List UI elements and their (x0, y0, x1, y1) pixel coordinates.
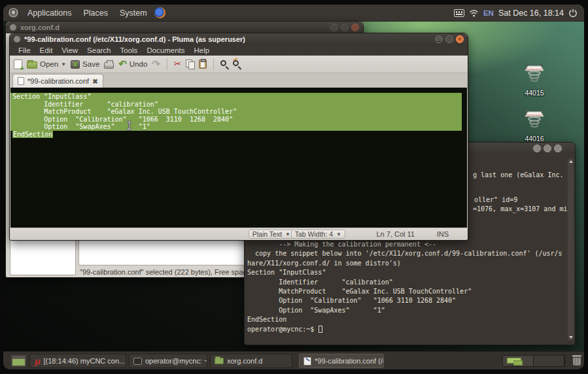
menu-tools[interactable]: Tools (116, 46, 143, 54)
terminal-scrollbar[interactable] (568, 158, 574, 341)
paste-icon (199, 60, 207, 69)
desktop-icon-44016[interactable]: 44016 (513, 109, 555, 143)
desktop-icon-44015[interactable]: 44015 (513, 63, 555, 97)
wifi-icon[interactable] (469, 9, 479, 17)
task-label: [(18:14:46) myCNC con... (44, 357, 126, 365)
show-desktop-button[interactable] (11, 355, 26, 367)
pluma-statusbar: Plain Text ▼ Tab Width: 4 ▼ Ln 7, Col 11… (10, 228, 467, 239)
workspace-switcher[interactable] (502, 355, 565, 367)
tab-width-combo[interactable]: Tab Width: 4 ▼ (291, 230, 345, 239)
toolbar-separator (167, 58, 167, 70)
menu-file[interactable]: File (14, 46, 35, 54)
print-button[interactable] (104, 60, 114, 69)
task-pluma[interactable]: *99-calibration.conf (/e... (299, 354, 384, 368)
terminal-line: copy the snippet below into '/etc/X11/xo… (247, 249, 562, 258)
scroll-down-icon[interactable] (569, 336, 573, 339)
tab-close-icon[interactable]: ✖ (92, 78, 97, 85)
close-button[interactable] (554, 144, 562, 152)
minimize-button[interactable]: ▁ (435, 35, 443, 43)
menu-applications[interactable]: Applications (22, 5, 77, 22)
editor-line: Section "InputClass" (10, 93, 462, 101)
file-manager-titlebar[interactable]: xorg.conf.d (6, 22, 363, 33)
menu-documents[interactable]: Documents (142, 46, 189, 54)
editor-line: Option "Calibration" "1066 3110 1268 284… (10, 116, 462, 124)
clock[interactable]: Sat Dec 16, 18:14 (498, 8, 564, 18)
task-file-manager[interactable]: xorg.conf.d (210, 354, 292, 368)
save-button[interactable]: Save (71, 60, 99, 69)
redo-icon: ↷ (152, 60, 160, 69)
replace-button[interactable] (233, 60, 241, 68)
chevron-down-icon: ▼ (336, 231, 341, 237)
redo-button[interactable]: ↷ (152, 60, 160, 69)
editor-selected-word: EndSection (12, 131, 53, 138)
document-tab[interactable]: *99-calibration.conf ✖ (12, 74, 103, 88)
mycnc-icon: µ (34, 356, 41, 366)
task-terminal[interactable]: operator@mycnc: ~ (129, 354, 207, 368)
paste-button[interactable] (199, 60, 207, 69)
terminal-line: Option "Calibration" "1066 3110 1268 284… (247, 296, 562, 305)
terminal-line: MatchProduct "eGalax Inc. USB TouchContr… (247, 287, 562, 296)
mouse-cursor-ibeam (126, 121, 132, 130)
tab-label: *99-calibration.conf (27, 77, 89, 85)
copy-icon (186, 60, 194, 69)
language-combo-label: Plain Text (252, 230, 282, 238)
menu-help[interactable]: Help (190, 46, 215, 54)
undo-icon: ↶ (118, 60, 127, 69)
editor-line: MatchProduct "eGalax Inc. USB TouchContr… (10, 108, 462, 116)
workspace-2[interactable] (534, 356, 564, 366)
menu-edit[interactable]: Edit (35, 46, 58, 54)
open-button[interactable]: Open ▼ (27, 60, 66, 69)
task-mycnc[interactable]: µ [(18:14:46) myCNC con... (29, 354, 126, 368)
terminal-line: EndSection (247, 315, 562, 324)
scroll-up-icon[interactable] (569, 160, 573, 163)
terminal-prompt: operator@mycnc:~$ (247, 326, 318, 333)
print-icon (104, 62, 114, 69)
pluma-tabbar: *99-calibration.conf ✖ (10, 73, 468, 88)
pluma-title: *99-calibration.conf (/etc/X11/xorg.conf… (24, 35, 245, 43)
menu-places[interactable]: Places (77, 5, 114, 22)
maximize-button[interactable]: ▢ (445, 35, 453, 43)
language-indicator[interactable]: EN (483, 9, 494, 17)
editor-line: Option "SwapAxes" "1" (10, 123, 462, 131)
menu-search[interactable]: Search (82, 46, 115, 54)
text-editor-icon (303, 357, 311, 366)
maximize-button[interactable] (544, 144, 551, 152)
workspace-1[interactable] (503, 356, 534, 366)
keyboard-indicator-icon[interactable] (454, 9, 464, 17)
terminal-cursor (319, 326, 322, 333)
close-button[interactable] (351, 24, 359, 31)
minimize-button[interactable] (533, 144, 541, 152)
new-document-button[interactable] (14, 60, 22, 69)
taskbar: µ [(18:14:46) myCNC con... operator@mycn… (3, 351, 584, 369)
mini-window (513, 360, 523, 366)
file-manager-statusbar: "99-calibration.conf" selected (222 byte… (80, 268, 258, 276)
file-manager-title: xorg.conf.d (20, 24, 60, 31)
trash-icon[interactable] (572, 355, 582, 366)
find-button[interactable] (220, 60, 228, 68)
distro-menu-icon[interactable] (8, 7, 19, 18)
firefox-icon[interactable] (154, 7, 165, 18)
pluma-titlebar[interactable]: *99-calibration.conf (/etc/X11/xorg.conf… (10, 33, 468, 45)
insert-mode: INS (437, 230, 449, 238)
editor-text-area[interactable]: Section "InputClass" Identifier "calibra… (10, 88, 467, 228)
minimize-button[interactable] (330, 24, 338, 31)
menu-system[interactable]: System (114, 5, 153, 22)
undo-button[interactable]: ↶ Undo (118, 60, 147, 69)
maximize-button[interactable] (341, 24, 349, 31)
save-icon (71, 60, 80, 69)
tab-width-label: Tab Width: 4 (295, 230, 333, 238)
power-icon[interactable] (568, 8, 578, 18)
folder-icon (215, 358, 224, 364)
close-button[interactable]: ✕ (456, 35, 464, 43)
task-label: *99-calibration.conf (/e... (315, 357, 384, 365)
cut-button[interactable]: ✂ (174, 60, 181, 69)
language-combo[interactable]: Plain Text ▼ (249, 230, 294, 239)
undo-label: Undo (130, 60, 148, 68)
terminal-line: --> Making the calibration permanent <-- (247, 240, 562, 249)
open-folder-icon (27, 61, 37, 69)
menu-view[interactable]: View (57, 46, 82, 54)
save-label: Save (82, 60, 99, 68)
task-label: xorg.conf.d (227, 357, 262, 365)
copy-button[interactable] (186, 60, 194, 69)
editor-line: EndSection (10, 131, 462, 139)
